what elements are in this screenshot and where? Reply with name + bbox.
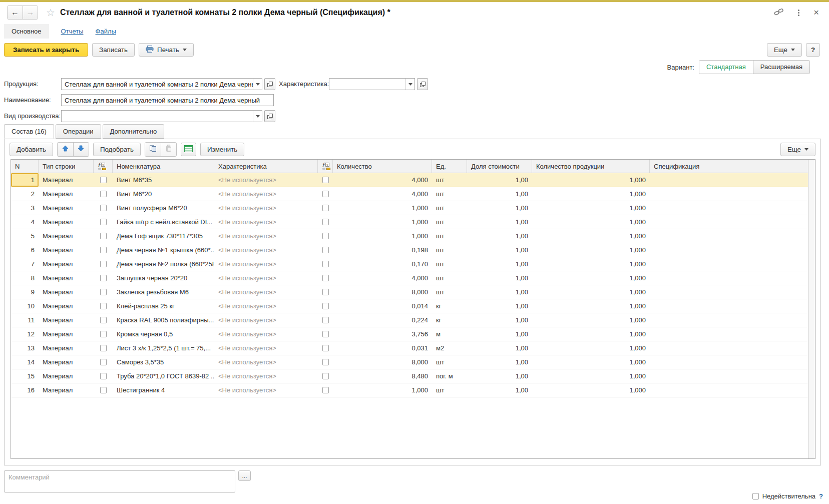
row-number-cell[interactable]: 5 (11, 229, 39, 243)
back-button[interactable]: ← (8, 6, 23, 19)
row-flag-checkbox[interactable] (322, 261, 329, 267)
row-product-quantity-cell[interactable]: 1,000 (532, 285, 650, 299)
row-number-cell[interactable]: 12 (11, 327, 39, 341)
table-row[interactable]: 12МатериалКромка черная 0,5<Не используе… (11, 327, 808, 341)
column-header-cost-share[interactable]: Доля стоимости (467, 160, 532, 173)
row-number-cell[interactable]: 15 (11, 369, 39, 383)
row-unit-cell[interactable]: шт (432, 201, 467, 215)
row-flag-cell[interactable] (94, 355, 113, 369)
row-unit-cell[interactable]: кг (432, 313, 467, 327)
row-type-cell[interactable]: Материал (39, 285, 94, 299)
row-quantity-cell[interactable]: 3,756 (333, 327, 432, 341)
row-flag-checkbox[interactable] (100, 387, 107, 393)
row-specification-cell[interactable] (650, 327, 808, 341)
row-product-quantity-cell[interactable]: 1,000 (532, 257, 650, 271)
row-type-cell[interactable]: Материал (39, 187, 94, 201)
row-flag-checkbox[interactable] (322, 191, 329, 197)
row-quantity-cell[interactable]: 1,000 (333, 201, 432, 215)
row-unit-cell[interactable]: шт (432, 285, 467, 299)
row-number-cell[interactable]: 16 (11, 383, 39, 397)
production-type-input[interactable] (62, 111, 253, 122)
production-type-open-button[interactable] (264, 110, 275, 122)
row-cost-share-cell[interactable]: 1,00 (467, 355, 532, 369)
row-type-cell[interactable]: Материал (39, 271, 94, 285)
row-characteristic-cell[interactable]: <Не используется> (214, 201, 318, 215)
row-flag-cell[interactable] (318, 341, 333, 355)
characteristic-open-button[interactable] (417, 78, 428, 90)
row-flag-checkbox[interactable] (322, 387, 329, 393)
column-header-quantity[interactable]: Количество (333, 160, 432, 173)
row-characteristic-cell[interactable]: <Не используется> (214, 215, 318, 229)
row-quantity-cell[interactable]: 1,000 (333, 215, 432, 229)
row-nomenclature-cell[interactable]: Дема черная №1 крышка (660*... (113, 243, 214, 257)
row-quantity-cell[interactable]: 8,480 (333, 369, 432, 383)
row-quantity-cell[interactable]: 1,000 (333, 383, 432, 397)
row-cost-share-cell[interactable]: 1,00 (467, 383, 532, 397)
row-unit-cell[interactable]: шт (432, 271, 467, 285)
row-flag-checkbox[interactable] (100, 289, 107, 295)
row-flag-checkbox[interactable] (100, 275, 107, 281)
row-cost-share-cell[interactable]: 1,00 (467, 257, 532, 271)
row-unit-cell[interactable]: шт (432, 215, 467, 229)
row-characteristic-cell[interactable]: <Не используется> (214, 383, 318, 397)
row-cost-share-cell[interactable]: 1,00 (467, 327, 532, 341)
row-flag-cell[interactable] (94, 271, 113, 285)
row-type-cell[interactable]: Материал (39, 299, 94, 313)
row-flag-checkbox[interactable] (322, 247, 329, 253)
row-unit-cell[interactable]: шт (432, 229, 467, 243)
column-header-formula-flag[interactable]: fx (318, 160, 333, 173)
table-row[interactable]: 4МатериалГайка ш/гр с нейл.вставкой DI..… (11, 215, 808, 229)
row-number-cell[interactable]: 6 (11, 243, 39, 257)
row-product-quantity-cell[interactable]: 1,000 (532, 243, 650, 257)
row-specification-cell[interactable] (650, 215, 808, 229)
row-flag-checkbox[interactable] (100, 205, 107, 211)
row-product-quantity-cell[interactable]: 1,000 (532, 229, 650, 243)
column-header-specification[interactable]: Спецификация (650, 160, 808, 173)
row-nomenclature-cell[interactable]: Винт М6*35 (113, 173, 214, 187)
row-specification-cell[interactable] (650, 201, 808, 215)
section-tab-files[interactable]: Файлы (96, 28, 116, 35)
row-flag-cell[interactable] (318, 243, 333, 257)
row-product-quantity-cell[interactable]: 1,000 (532, 341, 650, 355)
close-icon[interactable]: × (813, 9, 819, 17)
row-type-cell[interactable]: Материал (39, 313, 94, 327)
row-type-cell[interactable]: Материал (39, 243, 94, 257)
row-unit-cell[interactable]: шт (432, 243, 467, 257)
row-flag-checkbox[interactable] (322, 205, 329, 211)
print-button[interactable]: Печать (139, 43, 194, 57)
row-quantity-cell[interactable]: 0,031 (333, 341, 432, 355)
table-row[interactable]: 11МатериалКраска RAL 9005 полиэфирны...<… (11, 313, 808, 327)
row-nomenclature-cell[interactable]: Гайка ш/гр с нейл.вставкой DI... (113, 215, 214, 229)
row-flag-checkbox[interactable] (100, 219, 107, 225)
row-flag-checkbox[interactable] (322, 303, 329, 309)
move-down-button[interactable] (73, 143, 89, 156)
invalid-help-link[interactable]: ? (819, 492, 823, 500)
row-cost-share-cell[interactable]: 1,00 (467, 215, 532, 229)
row-flag-cell[interactable] (94, 187, 113, 201)
table-scrollbar[interactable] (808, 160, 815, 458)
row-quantity-cell[interactable]: 8,000 (333, 285, 432, 299)
more-menu-icon[interactable] (797, 9, 800, 17)
form-settings-button[interactable] (181, 143, 196, 156)
comment-ellipsis-button[interactable]: ... (238, 470, 251, 481)
row-flag-cell[interactable] (318, 229, 333, 243)
row-flag-checkbox[interactable] (322, 219, 329, 225)
row-flag-cell[interactable] (318, 369, 333, 383)
column-header-characteristic[interactable]: Характеристика (214, 160, 318, 173)
row-flag-cell[interactable] (94, 369, 113, 383)
characteristic-input[interactable] (329, 79, 405, 90)
row-specification-cell[interactable] (650, 229, 808, 243)
row-characteristic-cell[interactable]: <Не используется> (214, 341, 318, 355)
row-flag-checkbox[interactable] (100, 233, 107, 239)
row-flag-checkbox[interactable] (322, 275, 329, 281)
row-flag-cell[interactable] (318, 383, 333, 397)
row-unit-cell[interactable]: шт (432, 355, 467, 369)
row-cost-share-cell[interactable]: 1,00 (467, 299, 532, 313)
row-flag-checkbox[interactable] (100, 359, 107, 365)
row-number-cell[interactable]: 2 (11, 187, 39, 201)
product-open-button[interactable] (264, 78, 275, 90)
row-characteristic-cell[interactable]: <Не используется> (214, 257, 318, 271)
row-flag-checkbox[interactable] (322, 359, 329, 365)
table-more-button[interactable]: Еще (780, 143, 815, 156)
row-number-cell[interactable]: 1 (11, 173, 39, 187)
